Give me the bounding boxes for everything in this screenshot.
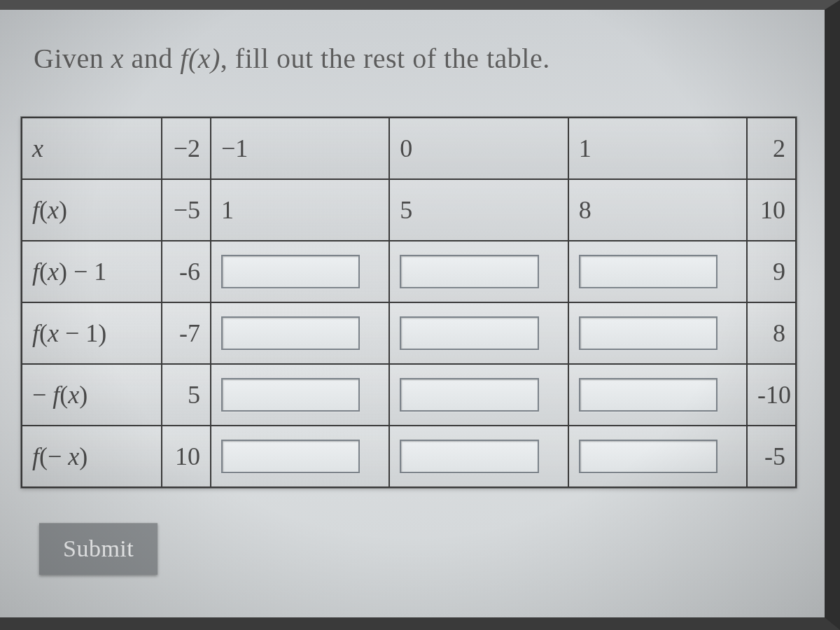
page: Given x and f(x), fill out the rest of t… <box>21 28 797 589</box>
answer-input[interactable] <box>221 255 360 288</box>
table-cell: 5 <box>162 364 211 426</box>
prompt-suffix: , fill out the rest of the table. <box>220 43 550 74</box>
table-cell: -5 <box>747 426 796 487</box>
header-cell: 0 <box>389 118 568 179</box>
answer-input[interactable] <box>579 255 718 288</box>
table-cell <box>211 302 389 364</box>
answer-input[interactable] <box>221 316 360 350</box>
table-row-header: x−2−1012 <box>22 118 796 179</box>
function-table: x−2−1012f(x)−515810f(x) − 1-69f(x − 1)-7… <box>21 117 797 488</box>
table-cell <box>389 241 568 302</box>
row-label: f(− x) <box>22 426 162 487</box>
row-label: f(x − 1) <box>22 302 162 364</box>
screen-frame: Given x and f(x), fill out the rest of t… <box>0 0 840 630</box>
table-cell: 1 <box>211 179 389 241</box>
answer-input[interactable] <box>579 378 718 412</box>
row-label: f(x) <box>22 179 162 241</box>
prompt-prefix: Given <box>34 43 111 74</box>
answer-input[interactable] <box>579 440 718 473</box>
table-cell <box>389 426 568 487</box>
row-label: f(x) − 1 <box>22 241 162 302</box>
answer-input[interactable] <box>579 316 718 350</box>
submit-button[interactable]: Submit <box>39 523 158 575</box>
row-label: − f(x) <box>22 364 162 426</box>
table-cell <box>568 426 747 487</box>
table-cell: −5 <box>162 179 211 241</box>
header-cell: 1 <box>568 118 747 179</box>
header-cell: −1 <box>211 118 389 179</box>
prompt-var-x: x <box>111 43 124 74</box>
table-cell: 10 <box>747 179 796 241</box>
table-row: f(x − 1)-78 <box>22 302 796 364</box>
table-row: − f(x)5-10 <box>22 364 796 426</box>
table-cell: -10 <box>747 364 796 426</box>
answer-input[interactable] <box>400 255 538 288</box>
table-row: f(x) − 1-69 <box>22 241 796 302</box>
table-cell: 5 <box>389 179 568 241</box>
answer-input[interactable] <box>400 316 538 350</box>
table-cell <box>211 364 389 426</box>
table-cell <box>211 426 389 487</box>
table-cell <box>389 364 568 426</box>
table-cell: 8 <box>747 302 796 364</box>
answer-input[interactable] <box>400 440 538 473</box>
table-cell <box>568 364 747 426</box>
table-cell <box>568 241 747 302</box>
answer-input[interactable] <box>400 378 538 412</box>
table-cell <box>211 241 389 302</box>
answer-input[interactable] <box>221 378 360 412</box>
prompt-fn: f(x) <box>180 43 220 74</box>
table-cell: 8 <box>568 179 747 241</box>
header-cell: 2 <box>747 118 796 179</box>
prompt-mid: and <box>124 43 180 74</box>
table-row: f(− x)10-5 <box>22 426 796 487</box>
table-cell: 10 <box>162 426 211 487</box>
question-prompt: Given x and f(x), fill out the rest of t… <box>34 42 784 75</box>
table-row: f(x)−515810 <box>22 179 796 241</box>
answer-input[interactable] <box>221 440 360 473</box>
header-cell: −2 <box>162 118 211 179</box>
table-cell: -6 <box>162 241 211 302</box>
table-cell: 9 <box>747 241 796 302</box>
table-cell <box>389 302 568 364</box>
table-cell <box>568 302 747 364</box>
table-cell: -7 <box>162 302 211 364</box>
row-label-x: x <box>22 118 162 179</box>
